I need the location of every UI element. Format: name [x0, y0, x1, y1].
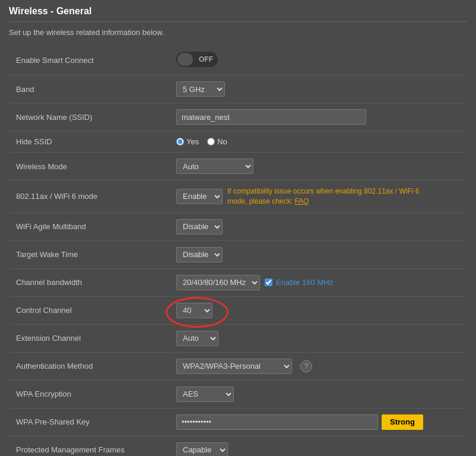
label-channel-bandwidth: Channel bandwidth	[9, 268, 169, 296]
checkbox-enable-160[interactable]	[265, 278, 272, 286]
wifi6-warning: If compatibility issue occurs when enabl…	[227, 186, 435, 207]
label-wifi-agile: WiFi Agile Multiband	[9, 213, 169, 240]
label-control-channel: Control Channel	[9, 296, 169, 324]
auth-method-help-icon[interactable]: ?	[300, 360, 312, 372]
select-wpa-encryption[interactable]: AES TKIP TKIP+AES	[176, 387, 234, 402]
label-enable-smart-connect: Enable Smart Connect	[9, 46, 169, 75]
toggle-off-label: OFF	[199, 55, 213, 64]
select-wireless-mode[interactable]: Auto N only AC only AX only	[176, 159, 253, 174]
enable-160-text: Enable 160 MHz	[276, 278, 333, 287]
circle-annotation-control-channel: 40 Auto 36 44 48	[176, 303, 212, 318]
control-wifi6: Enable Disable If compatibility issue oc…	[169, 180, 467, 213]
label-ssid: Network Name (SSID)	[9, 103, 169, 131]
label-target-wake-time: Target Wake Time	[9, 240, 169, 268]
control-authentication-method: WPA2/WPA3-Personal Open System WPA-Perso…	[169, 352, 467, 380]
label-wifi6: 802.11ax / WiFi 6 mode	[9, 180, 169, 213]
page-subtitle: Set up the wireless related information …	[9, 28, 467, 37]
control-wireless-mode: Auto N only AC only AX only	[169, 153, 467, 180]
radio-yes-text: Yes	[186, 137, 199, 146]
auth-method-controls: WPA2/WPA3-Personal Open System WPA-Perso…	[176, 359, 460, 374]
control-wpa-preshared-key: Strong	[169, 408, 467, 436]
row-wifi-agile: WiFi Agile Multiband Disable Enable	[9, 213, 467, 240]
row-extension-channel: Extension Channel Auto Above Below	[9, 324, 467, 352]
row-enable-smart-connect: Enable Smart Connect OFF	[9, 46, 467, 75]
enable-160-label[interactable]: Enable 160 MHz	[265, 278, 333, 287]
label-band: Band	[9, 75, 169, 103]
control-wpa-encryption: AES TKIP TKIP+AES	[169, 380, 467, 408]
label-protected-management-frames: Protected Management Frames	[9, 436, 169, 456]
control-extension-channel: Auto Above Below	[169, 324, 467, 352]
select-extension-channel[interactable]: Auto Above Below	[176, 331, 218, 346]
radio-no[interactable]	[207, 138, 215, 145]
row-wpa-encryption: WPA Encryption AES TKIP TKIP+AES	[9, 380, 467, 408]
label-wpa-encryption: WPA Encryption	[9, 380, 169, 408]
select-protected-management-frames[interactable]: Capable Disable Required	[176, 442, 228, 456]
row-hide-ssid: Hide SSID Yes No	[9, 131, 467, 153]
input-ssid[interactable]	[176, 109, 366, 125]
label-wireless-mode: Wireless Mode	[9, 153, 169, 180]
radio-group-hide-ssid: Yes No	[176, 137, 460, 146]
control-hide-ssid: Yes No	[169, 131, 467, 153]
page-title: Wireless - General	[9, 6, 467, 22]
select-wifi-agile[interactable]: Disable Enable	[176, 219, 223, 235]
strong-button[interactable]: Strong	[382, 414, 423, 430]
wifi6-controls: Enable Disable If compatibility issue oc…	[176, 186, 460, 207]
page-container: Wireless - General Set up the wireless r…	[0, 0, 476, 456]
select-wifi6[interactable]: Enable Disable	[176, 189, 223, 204]
control-channel-bandwidth: 20/40/80/160 MHz 20 MHz 40 MHz 80 MHz En…	[169, 268, 467, 296]
select-auth-method[interactable]: WPA2/WPA3-Personal Open System WPA-Perso…	[176, 359, 292, 374]
control-band: 5 GHz 2.4 GHz 6 GHz	[169, 75, 467, 103]
label-hide-ssid: Hide SSID	[9, 131, 169, 153]
row-wifi6: 802.11ax / WiFi 6 mode Enable Disable If…	[9, 180, 467, 213]
password-row: Strong	[176, 414, 460, 430]
row-protected-management-frames: Protected Management Frames Capable Disa…	[9, 436, 467, 456]
label-extension-channel: Extension Channel	[9, 324, 169, 352]
toggle-knob	[177, 53, 193, 66]
radio-no-text: No	[217, 137, 227, 146]
radio-yes-label[interactable]: Yes	[176, 137, 199, 146]
settings-table: Enable Smart Connect OFF Band 5 GHz 2.4 …	[9, 46, 467, 456]
row-channel-bandwidth: Channel bandwidth 20/40/80/160 MHz 20 MH…	[9, 268, 467, 296]
channel-bandwidth-controls: 20/40/80/160 MHz 20 MHz 40 MHz 80 MHz En…	[176, 275, 460, 290]
row-wpa-preshared-key: WPA Pre-Shared Key Strong	[9, 408, 467, 436]
control-control-channel: 40 Auto 36 44 48	[169, 296, 467, 324]
select-channel-bandwidth[interactable]: 20/40/80/160 MHz 20 MHz 40 MHz 80 MHz	[176, 275, 260, 290]
toggle-smart-connect[interactable]: OFF	[176, 52, 218, 67]
select-band[interactable]: 5 GHz 2.4 GHz 6 GHz	[176, 81, 225, 97]
input-wpa-key[interactable]	[176, 414, 378, 430]
control-ssid	[169, 103, 467, 131]
control-protected-management-frames: Capable Disable Required	[169, 436, 467, 456]
row-wireless-mode: Wireless Mode Auto N only AC only AX onl…	[9, 153, 467, 180]
row-band: Band 5 GHz 2.4 GHz 6 GHz	[9, 75, 467, 103]
row-control-channel: Control Channel 40 Auto 36 44 48	[9, 296, 467, 324]
row-authentication-method: Authentication Method WPA2/WPA3-Personal…	[9, 352, 467, 380]
label-authentication-method: Authentication Method	[9, 352, 169, 380]
control-wifi-agile: Disable Enable	[169, 213, 467, 240]
radio-yes[interactable]	[176, 138, 184, 145]
row-target-wake-time: Target Wake Time Disable Enable	[9, 240, 467, 268]
select-target-wake-time[interactable]: Disable Enable	[176, 247, 223, 262]
label-wpa-preshared-key: WPA Pre-Shared Key	[9, 408, 169, 436]
faq-link[interactable]: FAQ	[294, 197, 309, 205]
control-enable-smart-connect: OFF	[169, 46, 467, 75]
radio-no-label[interactable]: No	[207, 137, 227, 146]
row-ssid: Network Name (SSID)	[9, 103, 467, 131]
select-control-channel[interactable]: 40 Auto 36 44 48	[176, 303, 212, 318]
control-target-wake-time: Disable Enable	[169, 240, 467, 268]
